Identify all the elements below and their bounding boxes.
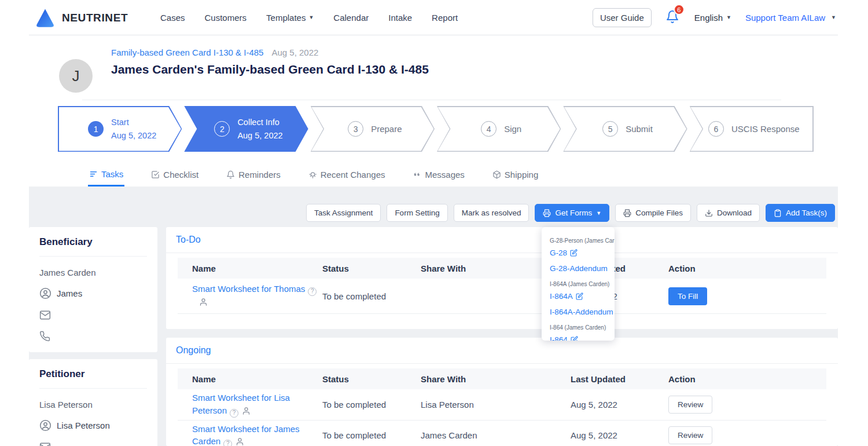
step-label: Start xyxy=(111,116,156,128)
user-guide-button[interactable]: User Guide xyxy=(593,8,652,27)
tab-reminders[interactable]: Reminders xyxy=(225,163,282,187)
case-date: Aug 5, 2022 xyxy=(271,47,318,57)
help-icon[interactable] xyxy=(223,440,232,446)
notifications-button[interactable]: 6 xyxy=(665,10,681,25)
beneficiary-contact[interactable]: James xyxy=(39,287,147,299)
step-number: 1 xyxy=(88,121,104,137)
menu-item-g28[interactable]: G-28 xyxy=(550,245,615,261)
step-label: Collect Info xyxy=(237,116,282,128)
brand-name: NEUTRINET xyxy=(62,12,128,24)
chevron-down-icon xyxy=(596,210,601,216)
help-icon[interactable] xyxy=(308,287,317,296)
step-label: USCIS Response xyxy=(731,123,800,135)
mark-as-resolved-button[interactable]: Mark as resolved xyxy=(454,204,529,222)
step-number: 4 xyxy=(481,121,496,137)
petitioner-card: Petitioner Lisa Peterson Lisa Peterson xyxy=(29,359,157,446)
account-menu[interactable]: Support Team AILaw xyxy=(745,13,836,23)
messages-icon xyxy=(413,170,421,179)
tab-messages[interactable]: Messages xyxy=(411,163,465,187)
worksheet-link[interactable]: Smart Worksheet for Lisa Peterson xyxy=(192,393,290,415)
table-row: Smart Worksheet for Thomas To be complet… xyxy=(178,279,826,314)
status-text: To be completed xyxy=(322,400,421,410)
edit-icon xyxy=(570,249,578,257)
download-icon xyxy=(705,209,713,217)
avatar: J xyxy=(59,59,93,93)
step-collect-info[interactable]: 2 Collect InfoAug 5, 2022 xyxy=(184,106,308,152)
nav-item-calendar[interactable]: Calendar xyxy=(333,13,369,23)
tab-shipping[interactable]: Shipping xyxy=(491,163,539,187)
column-header-name: Name xyxy=(178,374,322,384)
form-setting-button[interactable]: Form Setting xyxy=(387,204,447,222)
breadcrumb: Family-based Green Card I-130 & I-485 Au… xyxy=(111,47,318,57)
breadcrumb-link[interactable]: Family-based Green Card I-130 & I-485 xyxy=(111,47,263,57)
assignee-icon[interactable] xyxy=(242,407,251,415)
download-button[interactable]: Download xyxy=(697,204,760,222)
menu-group-label: G-28-Person (James Carden) xyxy=(550,237,615,244)
neutrinet-logo-icon xyxy=(34,6,57,30)
add-tasks-button[interactable]: Add Task(s) xyxy=(766,204,835,222)
ongoing-table: Name Status Share With Last Updated Acti… xyxy=(178,368,826,446)
table-row: Smart Worksheet for James Carden To be c… xyxy=(178,421,826,446)
beneficiary-phone[interactable] xyxy=(39,331,147,342)
progress-steps: 1 StartAug 5, 2022 2 Collect InfoAug 5, … xyxy=(58,106,814,152)
petitioner-name: Lisa Peterson xyxy=(39,400,147,410)
help-icon[interactable] xyxy=(230,409,238,418)
petitioner-email[interactable] xyxy=(39,441,147,446)
petitioner-contact[interactable]: Lisa Peterson xyxy=(39,419,147,432)
top-nav: NEUTRINET Cases Customers Templates Cale… xyxy=(0,0,868,35)
notification-badge: 6 xyxy=(674,4,685,15)
column-header-status: Status xyxy=(322,264,421,273)
beneficiary-heading: Beneficiary xyxy=(39,227,147,257)
tasks-icon xyxy=(89,170,98,178)
status-text: To be completed xyxy=(322,291,421,301)
tab-recent-changes[interactable]: Recent Changes xyxy=(307,163,387,187)
clipboard-icon xyxy=(774,209,782,217)
task-assignment-button[interactable]: Task Assignment xyxy=(306,204,381,222)
to-fill-button[interactable]: To Fill xyxy=(668,287,707,305)
get-forms-button[interactable]: Get Forms xyxy=(535,204,609,222)
beneficiary-card: Beneficiary James Carden James xyxy=(29,227,157,352)
phone-icon xyxy=(39,331,50,342)
step-start[interactable]: 1 StartAug 5, 2022 xyxy=(58,106,182,152)
header-divider xyxy=(82,100,781,100)
review-button[interactable]: Review xyxy=(668,396,712,414)
brand-logo[interactable]: NEUTRINET xyxy=(34,6,128,30)
step-submit[interactable]: 5 Submit xyxy=(563,106,687,152)
nav-item-cases[interactable]: Cases xyxy=(160,13,185,23)
nav-item-intake[interactable]: Intake xyxy=(388,13,412,23)
last-updated-text: Aug 5, 2022 xyxy=(571,430,668,440)
tab-tasks[interactable]: Tasks xyxy=(88,163,124,187)
step-number: 6 xyxy=(708,121,724,137)
printer-icon xyxy=(543,209,551,217)
worksheet-link[interactable]: Smart Worksheet for Thomas xyxy=(192,284,305,294)
assignee-icon[interactable] xyxy=(236,437,244,446)
edit-icon xyxy=(576,293,583,300)
menu-group-label: I-864A (James Carden) xyxy=(550,281,615,287)
petitioner-heading: Petitioner xyxy=(39,359,147,389)
menu-item-g28-addendum[interactable]: G-28-Addendum xyxy=(550,261,615,276)
last-updated-text: Aug 5, 2022 xyxy=(571,400,668,410)
worksheet-link[interactable]: Smart Worksheet for James Carden xyxy=(192,424,300,446)
step-sign[interactable]: 4 Sign xyxy=(437,106,561,152)
nav-item-templates[interactable]: Templates xyxy=(266,13,314,23)
step-label: Sign xyxy=(504,123,521,135)
beneficiary-email[interactable] xyxy=(39,309,147,321)
language-selector[interactable]: English xyxy=(694,13,731,23)
step-uscis-response[interactable]: 6 USCIS Response xyxy=(690,106,814,152)
menu-item-i864a-addendum[interactable]: I-864A-Addendum xyxy=(550,304,615,320)
nav-item-customers[interactable]: Customers xyxy=(205,13,247,23)
todo-heading: To-Do xyxy=(166,227,838,253)
compile-files-button[interactable]: Compile Files xyxy=(615,204,691,222)
tab-checklist[interactable]: Checklist xyxy=(150,163,200,187)
nav-item-report[interactable]: Report xyxy=(432,13,458,23)
todo-table: Name Status Share With Last Updated Acti… xyxy=(178,258,826,314)
step-prepare[interactable]: 3 Prepare xyxy=(311,106,435,152)
review-button[interactable]: Review xyxy=(668,426,712,444)
package-icon xyxy=(492,170,501,179)
column-header-share-with: Share With xyxy=(421,374,571,384)
mail-icon xyxy=(39,309,51,321)
menu-item-i864a[interactable]: I-864A xyxy=(550,288,615,304)
assignee-icon[interactable] xyxy=(199,298,208,306)
main-nav: Cases Customers Templates Calendar Intak… xyxy=(160,0,458,35)
menu-item-i864[interactable]: I-864 xyxy=(550,332,615,341)
